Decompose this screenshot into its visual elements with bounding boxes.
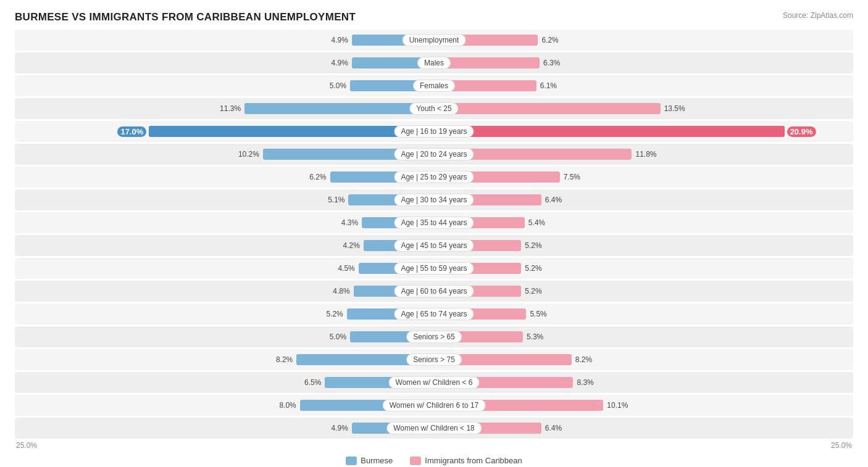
burmese-swatch [346, 457, 357, 465]
bar-row: 6.5%8.3%Women w/ Children < 6 [15, 372, 853, 393]
legend-caribbean: Immigrants from Caribbean [410, 456, 522, 465]
chart-header: BURMESE VS IMMIGRANTS FROM CARIBBEAN UNE… [15, 11, 853, 23]
caribbean-swatch [410, 457, 421, 465]
chart-body: 4.9%6.2%Unemployment4.9%6.3%Males5.0%6.1… [15, 30, 853, 439]
bar-row: 6.2%7.5%Age | 25 to 29 years [15, 167, 853, 188]
axis-row: 25.0% 25.0% [15, 441, 853, 450]
bar-row: 5.1%6.4%Age | 30 to 34 years [15, 189, 853, 210]
axis-left: 25.0% [16, 441, 37, 450]
legend: Burmese Immigrants from Caribbean [15, 456, 853, 465]
legend-burmese: Burmese [346, 456, 393, 465]
bar-row: 5.0%6.1%Females [15, 75, 853, 96]
bar-row: 4.9%6.3%Males [15, 52, 853, 73]
bar-row: 17.0%20.9%Age | 16 to 19 years [15, 121, 853, 142]
bar-row: 4.9%6.2%Unemployment [15, 30, 853, 51]
chart-source: Source: ZipAtlas.com [783, 11, 853, 20]
bar-row: 4.9%6.4%Women w/ Children < 18 [15, 418, 853, 439]
caribbean-label: Immigrants from Caribbean [425, 456, 522, 465]
bar-row: 11.3%13.5%Youth < 25 [15, 98, 853, 119]
bar-row: 5.2%5.5%Age | 65 to 74 years [15, 304, 853, 324]
bar-row: 10.2%11.8%Age | 20 to 24 years [15, 144, 853, 165]
burmese-label: Burmese [361, 456, 393, 465]
bar-row: 4.3%5.4%Age | 35 to 44 years [15, 212, 853, 233]
bar-row: 4.5%5.2%Age | 55 to 59 years [15, 258, 853, 279]
chart-container: BURMESE VS IMMIGRANTS FROM CARIBBEAN UNE… [0, 0, 868, 467]
bar-row: 4.2%5.2%Age | 45 to 54 years [15, 235, 853, 256]
bar-row: 8.2%8.2%Seniors > 75 [15, 349, 853, 370]
bar-row: 5.0%5.3%Seniors > 65 [15, 326, 853, 347]
chart-title: BURMESE VS IMMIGRANTS FROM CARIBBEAN UNE… [15, 11, 356, 23]
axis-right: 25.0% [831, 441, 852, 450]
bar-row: 4.8%5.2%Age | 60 to 64 years [15, 281, 853, 302]
bar-row: 8.0%10.1%Women w/ Children 6 to 17 [15, 395, 853, 416]
